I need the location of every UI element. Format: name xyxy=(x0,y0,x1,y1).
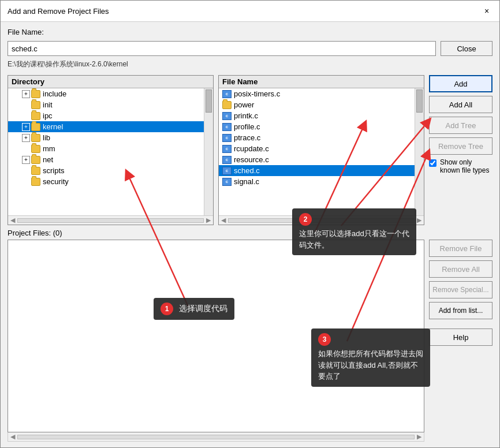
file-name-label: sched.c xyxy=(234,166,260,175)
file-name-label: signal.c xyxy=(234,177,259,186)
file-item-signal[interactable]: c signal.c xyxy=(219,176,415,187)
c-file-icon: c xyxy=(222,134,232,142)
dir-item-init[interactable]: init xyxy=(8,99,204,110)
file-panel-scrollbar[interactable] xyxy=(415,88,424,215)
file-name-label: power xyxy=(234,100,254,109)
add-from-list-button[interactable]: Add from list... xyxy=(429,302,492,319)
file-panel: File Name c posix-timers.c power c xyxy=(218,75,424,225)
file-item-sched[interactable]: c sched.c xyxy=(219,165,415,176)
file-item-printk[interactable]: c printk.c xyxy=(219,110,415,121)
close-button[interactable]: Close xyxy=(441,41,492,56)
show-known-types-row: Show only known file types xyxy=(429,158,492,174)
folder-icon xyxy=(31,156,40,164)
remove-file-button[interactable]: Remove File xyxy=(429,240,492,257)
c-file-icon: c xyxy=(222,167,232,175)
folder-icon xyxy=(31,178,40,186)
dir-item-scripts[interactable]: scripts xyxy=(8,165,204,176)
filename-row: Close xyxy=(8,41,492,56)
file-name-label: profile.c xyxy=(234,122,260,131)
folder-icon xyxy=(31,145,40,153)
dir-panel-scrollbar[interactable] xyxy=(204,88,213,215)
folder-icon xyxy=(31,123,40,131)
dir-item-label: net xyxy=(43,155,53,164)
directory-panel-content-wrap: + include init xyxy=(8,88,213,215)
add-button[interactable]: Add xyxy=(429,75,492,92)
action-buttons-col: Add Add All Add Tree Remove Tree Show on… xyxy=(429,75,492,225)
dir-item-label: security xyxy=(43,177,69,186)
file-item-resource[interactable]: c resource.c xyxy=(219,154,415,165)
file-panel-content[interactable]: c posix-timers.c power c printk.c c xyxy=(219,88,415,215)
project-files-panel[interactable] xyxy=(8,240,424,432)
c-file-icon: c xyxy=(222,156,232,164)
file-name-label: resource.c xyxy=(234,155,269,164)
file-h-scroll[interactable]: ◀ ▶ xyxy=(219,215,424,225)
dialog-window: Add and Remove Project Files × File Name… xyxy=(0,0,500,448)
file-panel-header: File Name xyxy=(219,76,424,88)
dialog-title: Add and Remove Project Files xyxy=(8,7,109,16)
file-item-ptrace[interactable]: c ptrace.c xyxy=(219,132,415,143)
directory-panel-content[interactable]: + include init xyxy=(8,88,204,215)
dir-item-ipc[interactable]: ipc xyxy=(8,110,204,121)
directory-panel-header: Directory xyxy=(8,76,213,88)
file-item-rcupdate[interactable]: c rcupdate.c xyxy=(219,143,415,154)
folder-icon xyxy=(222,101,232,109)
show-known-types-label: Show only known file types xyxy=(440,158,492,174)
expand-lib-icon[interactable]: + xyxy=(22,134,30,142)
folder-icon xyxy=(31,134,40,142)
dir-item-security[interactable]: security xyxy=(8,176,204,187)
c-file-icon: c xyxy=(222,112,232,120)
dialog-body: File Name: Close E:\我的课程\操作系统\linux-2.6.… xyxy=(1,22,499,447)
file-scrollbar-thumb[interactable] xyxy=(416,89,423,113)
project-buttons-col: Remove File Remove All Remove Special...… xyxy=(429,240,492,432)
expand-include-icon[interactable]: + xyxy=(22,90,30,98)
dir-item-include[interactable]: + include xyxy=(8,88,204,99)
c-file-icon: c xyxy=(222,90,232,98)
add-all-button[interactable]: Add All xyxy=(429,96,492,113)
c-file-icon: c xyxy=(222,123,232,131)
project-files-section: Project Files: (0) Remove File Remove Al… xyxy=(8,229,492,442)
file-item-power[interactable]: power xyxy=(219,99,415,110)
dir-item-label: kernel xyxy=(43,122,63,131)
dir-item-kernel[interactable]: + kernel xyxy=(8,121,204,132)
dir-item-label: init xyxy=(43,100,53,109)
help-button[interactable]: Help xyxy=(429,328,492,346)
dir-item-label: mm xyxy=(43,144,55,153)
folder-icon xyxy=(31,167,40,175)
dir-item-mm[interactable]: mm xyxy=(8,143,204,154)
c-file-icon: c xyxy=(222,145,232,153)
folder-icon xyxy=(31,112,40,120)
file-name-label: ptrace.c xyxy=(234,133,260,142)
dir-item-label: ipc xyxy=(43,111,53,120)
dir-item-label: include xyxy=(43,89,66,98)
filename-label: File Name: xyxy=(8,28,492,36)
folder-icon xyxy=(31,90,40,98)
c-file-icon: c xyxy=(222,178,232,186)
file-name-label: posix-timers.c xyxy=(234,89,280,98)
add-tree-button[interactable]: Add Tree xyxy=(429,117,492,134)
expand-net-icon[interactable]: + xyxy=(22,156,30,164)
dir-scrollbar-thumb[interactable] xyxy=(206,89,212,113)
folder-icon xyxy=(31,101,40,109)
remove-special-button[interactable]: Remove Special... xyxy=(429,281,492,298)
directory-panel: Directory + include init xyxy=(8,75,214,225)
expand-kernel-icon[interactable]: + xyxy=(22,123,30,131)
remove-tree-button[interactable]: Remove Tree xyxy=(429,137,492,155)
dir-item-net[interactable]: + net xyxy=(8,154,204,165)
file-item-profile[interactable]: c profile.c xyxy=(219,121,415,132)
panels-row: Directory + include init xyxy=(8,75,492,225)
dir-item-label: scripts xyxy=(43,166,65,175)
file-name-label: rcupdate.c xyxy=(234,144,269,153)
show-known-types-checkbox[interactable] xyxy=(429,159,436,167)
filename-input[interactable] xyxy=(8,41,436,56)
project-files-label: Project Files: (0) xyxy=(8,229,492,237)
dir-h-scroll[interactable]: ◀ ▶ xyxy=(8,215,213,225)
title-bar: Add and Remove Project Files × xyxy=(1,1,499,22)
dialog-close-button[interactable]: × xyxy=(481,5,492,17)
file-name-label: printk.c xyxy=(234,111,258,120)
dir-item-lib[interactable]: + lib xyxy=(8,132,204,143)
path-label: E:\我的课程\操作系统\linux-2.6.0\kernel xyxy=(8,59,492,69)
project-h-scroll[interactable]: ◀ ▶ xyxy=(8,432,424,442)
file-item-posix-timers[interactable]: c posix-timers.c xyxy=(219,88,415,99)
dir-item-label: lib xyxy=(43,133,50,142)
remove-all-button[interactable]: Remove All xyxy=(429,260,492,278)
